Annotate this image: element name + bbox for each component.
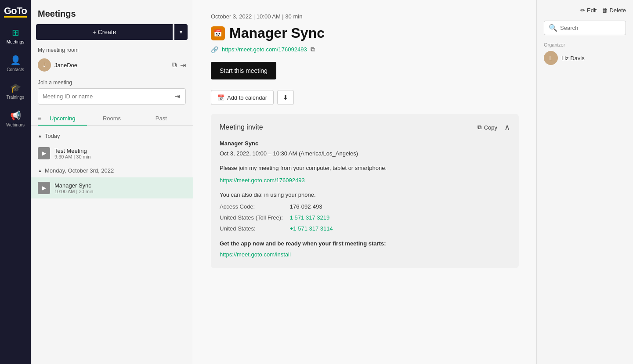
invite-join-url[interactable]: https://meet.goto.com/176092493 — [220, 176, 510, 185]
copy-icon: ⧉ — [477, 124, 481, 131]
meeting-item-manager-sync[interactable]: ▶ Manager Sync 10:00 AM | 30 min — [31, 177, 193, 198]
collapse-invite-button[interactable]: ∧ — [504, 123, 510, 132]
edit-delete-row: ✏ Edit 🗑 Delete — [544, 7, 626, 14]
app-logo: GoTo — [0, 0, 31, 22]
nav-item-trainings[interactable]: 🎓 Trainings — [0, 77, 31, 105]
access-code-row: Access Code: 176-092-493 — [220, 202, 336, 213]
meeting-video-icon-sync: ▶ — [38, 182, 50, 194]
meeting-item-test[interactable]: ▶ Test Meeting 9:30 AM | 30 min — [31, 143, 193, 164]
meeting-name-sync: Manager Sync — [54, 182, 186, 189]
chevron-monday: ▲ — [38, 168, 42, 173]
join-meeting-input[interactable] — [38, 89, 169, 104]
my-meeting-room-label: My meeting room — [31, 45, 193, 56]
nav-label-trainings: Trainings — [7, 95, 25, 100]
webinars-icon: 📢 — [10, 110, 21, 121]
meeting-info-test: Test Meeting 9:30 AM | 30 min — [54, 148, 186, 159]
nav-item-webinars[interactable]: 📢 Webinars — [0, 105, 31, 133]
search-input[interactable] — [560, 25, 633, 31]
edit-meeting-button[interactable]: ✏ Edit — [580, 7, 597, 14]
invite-description: Please join my meeting from your compute… — [220, 164, 510, 173]
dial-in-label: You can also dial in using your phone. — [220, 191, 510, 200]
meeting-url-link[interactable]: https://meet.goto.com/176092493 — [222, 46, 307, 53]
us-tollfree-value: 1 571 317 3219 — [286, 213, 336, 223]
meeting-time-test: 9:30 AM | 30 min — [54, 154, 186, 159]
nav-item-contacts[interactable]: 👤 Contacts — [0, 50, 31, 77]
room-enter-icon[interactable]: ⇥ — [180, 61, 186, 69]
access-code-value: 176-092-493 — [286, 202, 336, 213]
avatar-initials: J — [43, 62, 46, 68]
search-icon: 🔍 — [549, 24, 557, 32]
dial-in-table: Access Code: 176-092-493 United States (… — [220, 202, 336, 234]
tab-past[interactable]: Past — [137, 112, 186, 125]
tab-upcoming[interactable]: Upcoming — [38, 112, 87, 125]
action-bar: 📅 Add to calendar ⬇ — [211, 90, 519, 105]
meeting-name-test: Test Meeting — [54, 148, 186, 154]
us-label: United States: — [220, 223, 286, 234]
main-content: October 3, 2022 | 10:00 AM | 30 min 📅 Ma… — [193, 0, 536, 364]
meeting-video-icon-test: ▶ — [38, 147, 50, 159]
room-action-icons: ⧉ ⇥ — [172, 61, 186, 69]
date-group-today[interactable]: ▲ Today — [31, 129, 193, 143]
contacts-icon: 👤 — [10, 55, 21, 65]
right-search-bar: 🔍 — [544, 21, 626, 35]
right-panel: ✏ Edit 🗑 Delete 🔍 Organizer L Liz Davis — [536, 0, 633, 364]
start-meeting-button[interactable]: Start this meeting — [211, 62, 276, 79]
app-promo-text: Get the app now and be ready when your f… — [220, 239, 510, 249]
create-meeting-button[interactable]: + Create — [36, 24, 173, 40]
invite-title: Meeting invite — [220, 123, 263, 131]
join-input-row: ⇥ — [38, 88, 186, 105]
add-to-calendar-button[interactable]: 📅 Add to calendar — [211, 90, 274, 105]
invite-card-header: Meeting invite ⧉ Copy ∧ — [220, 123, 510, 132]
meeting-meta: October 3, 2022 | 10:00 AM | 30 min — [211, 13, 519, 20]
nav-label-webinars: Webinars — [6, 123, 25, 127]
user-avatar: J — [38, 58, 51, 72]
organizer-avatar-initials: L — [549, 55, 552, 61]
us-tollfree-label: United States (Toll Free): — [220, 213, 286, 223]
calendar-plus-icon: 📅 — [217, 94, 224, 101]
us-row: United States: +1 571 317 3114 — [220, 223, 336, 234]
calendar-badge-icon: 📅 — [211, 26, 225, 40]
nav-item-meetings[interactable]: ⊞ Meetings — [0, 22, 31, 50]
tab-rooms[interactable]: Rooms — [87, 112, 136, 125]
link-icon: 🔗 — [211, 46, 218, 53]
organizer-row: L Liz Davis — [544, 51, 626, 65]
date-group-monday[interactable]: ▲ Monday, October 3rd, 2022 — [31, 164, 193, 177]
meetings-tabs: ≡ Upcoming Rooms Past — [31, 108, 193, 126]
today-label: Today — [45, 133, 60, 139]
nav-label-contacts: Contacts — [7, 67, 24, 72]
trainings-icon: 🎓 — [10, 83, 21, 93]
trash-icon: 🗑 — [602, 7, 608, 14]
meeting-link-row: 🔗 https://meet.goto.com/176092493 ⧉ — [211, 46, 519, 53]
chevron-today: ▲ — [38, 133, 42, 138]
create-chevron-button[interactable]: ▾ — [174, 24, 188, 40]
meeting-invite-card: Meeting invite ⧉ Copy ∧ Manager Sync Oct… — [211, 114, 519, 268]
my-meeting-room-row: J JaneDoe ⧉ ⇥ — [31, 56, 193, 74]
copy-invite-button[interactable]: ⧉ Copy — [477, 124, 497, 131]
monday-label: Monday, October 3rd, 2022 — [45, 167, 114, 174]
nav-label-meetings: Meetings — [7, 40, 25, 44]
join-button[interactable]: ⇥ — [169, 89, 185, 104]
meeting-time-sync: 10:00 AM | 30 min — [54, 189, 186, 194]
organizer-avatar: L — [544, 51, 558, 65]
us-value: +1 571 317 3114 — [286, 223, 336, 234]
invite-content: Manager Sync Oct 3, 2022, 10:00 – 10:30 … — [220, 139, 510, 259]
panel-title: Meetings — [31, 0, 193, 24]
app-install-link[interactable]: https://meet.goto.com/install — [220, 251, 291, 258]
goto-logo-text: GoTo — [4, 5, 27, 17]
meetings-icon: ⊞ — [12, 27, 19, 38]
download-button[interactable]: ⬇ — [277, 90, 294, 105]
join-section: Join a meeting ⇥ — [31, 74, 193, 108]
meeting-title: Manager Sync — [229, 25, 325, 41]
room-copy-icon[interactable]: ⧉ — [172, 61, 177, 69]
nav-sidebar: GoTo ⊞ Meetings 👤 Contacts 🎓 Trainings 📢… — [0, 0, 31, 364]
left-panel: Meetings + Create ▾ My meeting room J Ja… — [31, 0, 193, 364]
copy-link-icon[interactable]: ⧉ — [311, 46, 315, 53]
access-code-label: Access Code: — [220, 202, 286, 213]
meeting-title-row: 📅 Manager Sync — [211, 25, 519, 41]
delete-meeting-button[interactable]: 🗑 Delete — [602, 7, 626, 14]
user-room-name: JaneDoe — [54, 62, 168, 68]
meetings-list: ▲ Today ▶ Test Meeting 9:30 AM | 30 min … — [31, 126, 193, 364]
edit-icon: ✏ — [580, 7, 585, 14]
organizer-label: Organizer — [544, 42, 626, 47]
download-icon: ⬇ — [283, 94, 288, 101]
